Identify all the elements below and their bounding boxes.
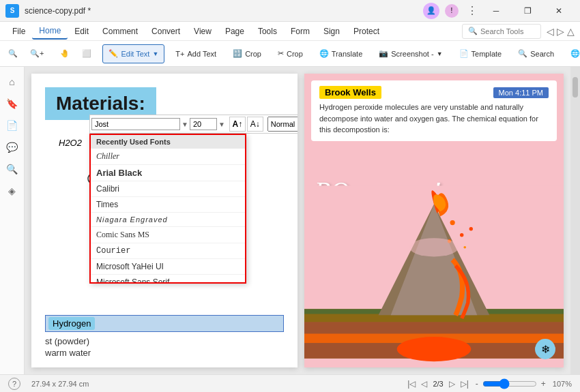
font-item-times[interactable]: Times: [91, 197, 245, 213]
crop-icon: ✂: [278, 49, 284, 58]
font-item-chiller[interactable]: Chiller: [91, 149, 245, 165]
sidebar-search-icon[interactable]: 🔍: [3, 160, 22, 179]
sidebar-layers-icon[interactable]: ◈: [3, 181, 22, 200]
warm-water-text: warm water: [45, 348, 284, 358]
font-increase-button[interactable]: A↑: [229, 117, 246, 132]
sidebar-bookmark-icon[interactable]: 🔖: [3, 94, 22, 113]
select-tool-button[interactable]: ⬜: [76, 44, 97, 63]
svg-point-24: [397, 337, 472, 361]
nav-forward-icon[interactable]: ▷: [557, 26, 564, 37]
more-options-icon[interactable]: ⋮: [464, 4, 480, 17]
prev-page-button[interactable]: ◁: [421, 379, 427, 389]
template-label: Template: [472, 50, 502, 58]
coordinates: 27.94 x 27.94 cm: [31, 380, 89, 388]
scroll-thumb[interactable]: [572, 77, 578, 97]
minimize-button[interactable]: ─: [480, 0, 512, 22]
translate-button[interactable]: 🌐 Translate: [314, 44, 368, 63]
font-item-yahei[interactable]: Microsoft YaHei UI: [91, 259, 245, 275]
menu-edit[interactable]: Edit: [68, 24, 96, 39]
font-item-courier[interactable]: Courier: [91, 243, 245, 259]
zoom-slider[interactable]: [482, 378, 537, 389]
template-icon: 📄: [459, 49, 469, 58]
zoom-out-button[interactable]: 🔍: [3, 44, 23, 63]
nav-back-icon[interactable]: ◁: [547, 26, 554, 37]
format-extra: Normal: [267, 117, 298, 132]
search-tools-bar[interactable]: 🔍: [462, 24, 541, 39]
restore-button[interactable]: ❐: [512, 0, 543, 22]
menu-page[interactable]: Page: [218, 24, 251, 39]
powder-text: st (powder): [45, 336, 284, 346]
menu-form[interactable]: Form: [284, 24, 317, 39]
titlebar: S science-copy.pdf * 👤 ! ⋮ ─ ❐ ✕: [0, 0, 580, 22]
font-decrease-button[interactable]: A↓: [247, 117, 263, 132]
menu-comment[interactable]: Comment: [96, 24, 145, 39]
font-dropdown-arrow[interactable]: ▼: [182, 121, 188, 128]
font-name-input[interactable]: [91, 118, 180, 130]
page-info: 2/3: [433, 380, 443, 388]
edit-text-icon: ✏️: [108, 49, 118, 58]
menu-protect[interactable]: Protect: [347, 24, 386, 39]
hand-icon: 🤚: [60, 49, 70, 58]
ocr-button[interactable]: 🔡 Crop: [227, 44, 267, 63]
hydrogen-label: Hydrogen: [48, 317, 95, 330]
search-button[interactable]: 🔍 Search: [512, 44, 560, 63]
help-icon[interactable]: ?: [8, 378, 20, 390]
zoom-in-button[interactable]: 🔍+: [25, 44, 49, 63]
menubar: File Home Edit Comment Convert View Page…: [0, 22, 580, 41]
screenshot-label: Screenshot -: [391, 50, 433, 58]
zoom-in-icon: 🔍+: [30, 49, 44, 58]
menu-sign[interactable]: Sign: [317, 24, 347, 39]
sidebar-page-icon[interactable]: 📄: [3, 116, 22, 135]
wikipedia-button[interactable]: 🌐 Wikipedia: [565, 44, 580, 63]
hand-tool-button[interactable]: 🤚: [55, 44, 75, 63]
first-page-button[interactable]: |◁: [407, 379, 416, 389]
font-size-arrow[interactable]: ▼: [218, 121, 225, 128]
bottom-right-badge[interactable]: ❄: [535, 339, 555, 359]
nav-back-forward[interactable]: ◁ ▷ △: [547, 26, 575, 37]
edit-text-dropdown-icon[interactable]: ▼: [152, 50, 158, 57]
nav-up-icon[interactable]: △: [567, 26, 575, 37]
right-scrollbar[interactable]: [570, 67, 580, 374]
ocr-icon: 🔡: [233, 49, 242, 58]
search-label: Search: [530, 50, 554, 58]
user-avatar[interactable]: 👤: [423, 3, 439, 19]
last-page-button[interactable]: ▷|: [461, 379, 469, 389]
font-item-niagara[interactable]: Niagara Engraved: [91, 213, 245, 227]
font-list-container[interactable]: Recently Used Fonts Chiller Arial Black …: [89, 134, 246, 284]
zoom-level: 107%: [553, 380, 572, 388]
menu-file[interactable]: File: [5, 24, 32, 39]
screenshot-button[interactable]: 📷 Screenshot - ▼: [373, 44, 448, 63]
font-item-arial-black[interactable]: Arial Black: [91, 165, 245, 181]
font-size-input[interactable]: [190, 118, 217, 130]
font-item-sans-serif[interactable]: Microsoft Sans Serif: [91, 275, 245, 284]
format-select[interactable]: Normal: [267, 117, 298, 132]
menu-home[interactable]: Home: [32, 23, 68, 40]
brook-wells-header: Brook Wells Mon 4:11 PM: [319, 86, 549, 99]
font-item-calibri[interactable]: Calibri: [91, 181, 245, 197]
toolbar: 🔍 🔍+ 🤚 ⬜ ✏️ Edit Text ▼ T+ Add Text 🔡 Cr…: [0, 41, 580, 67]
svg-point-28: [460, 233, 463, 237]
next-page-button[interactable]: ▷: [449, 379, 455, 389]
search-tools-input[interactable]: [480, 27, 535, 35]
add-text-button[interactable]: T+ Add Text: [170, 44, 222, 63]
close-button[interactable]: ✕: [543, 0, 575, 22]
time-badge: Mon 4:11 PM: [493, 87, 549, 98]
crop-button[interactable]: ✂ Crop: [272, 44, 308, 63]
add-text-icon: T+: [175, 50, 184, 58]
menu-convert[interactable]: Convert: [145, 24, 187, 39]
author-name: Brook Wells: [319, 86, 381, 99]
screenshot-dropdown-icon[interactable]: ▼: [437, 50, 443, 57]
template-button[interactable]: 📄 Template: [454, 44, 508, 63]
sidebar-home-icon[interactable]: ⌂: [3, 72, 22, 91]
menu-view[interactable]: View: [187, 24, 218, 39]
edit-text-button[interactable]: ✏️ Edit Text ▼: [102, 44, 164, 63]
sidebar-comment-icon[interactable]: 💬: [3, 138, 22, 157]
font-item-comic-sans[interactable]: Comic Sans MS: [91, 227, 245, 243]
h2o2-label: H2O2: [59, 138, 82, 148]
zoom-controls: - + 107%: [474, 378, 572, 389]
notification-icon[interactable]: !: [445, 4, 459, 18]
zoom-in-status-button[interactable]: +: [540, 379, 547, 389]
info-box: Brook Wells Mon 4:11 PM Hydrogen peroxid…: [311, 80, 557, 141]
menu-tools[interactable]: Tools: [251, 24, 284, 39]
zoom-out-status-button[interactable]: -: [474, 379, 480, 389]
